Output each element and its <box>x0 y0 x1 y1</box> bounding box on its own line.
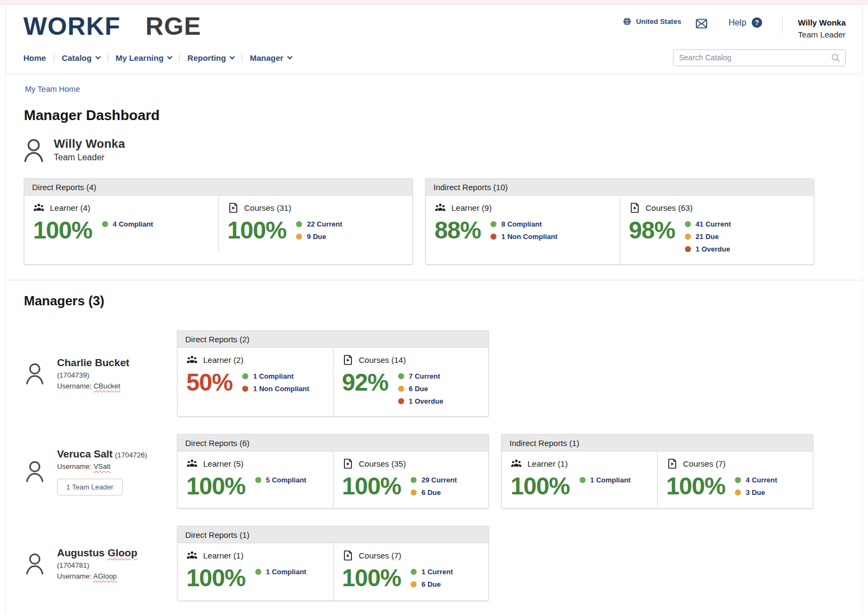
region-label: United States <box>636 17 681 26</box>
manager-info: Charlie Bucket (1704739) Username: CBuck… <box>19 356 177 391</box>
avatar <box>24 361 45 385</box>
direct-reports-card: Direct Reports (1) Learner (1) 100% 1 Co… <box>177 526 489 601</box>
stat-item: 4 Compliant <box>102 220 153 228</box>
username-value: VSalt <box>93 462 110 470</box>
nav-manager[interactable]: Manager <box>250 53 292 62</box>
search-input[interactable] <box>673 49 846 66</box>
team-leader-badge[interactable]: 1 Team Leader <box>57 479 123 495</box>
nav-catalog[interactable]: Catalog <box>62 53 100 62</box>
courses-section: Courses (7) 100% 1 Current 6 Due <box>333 543 489 600</box>
stat-label: 1 Overdue <box>409 397 444 405</box>
status-dot <box>255 569 261 575</box>
compliance-percent: 100% <box>342 475 401 498</box>
stat-item: 21 Due <box>685 233 731 241</box>
learner-group-icon <box>435 202 446 214</box>
help-menu[interactable]: Help <box>728 17 763 28</box>
nav-reporting[interactable]: Reporting <box>187 53 234 62</box>
status-dot <box>296 234 302 240</box>
stat-item: 1 Compliant <box>580 476 631 484</box>
stat-item: 1 Non Compliant <box>490 233 557 241</box>
stat-label: 29 Current <box>422 476 457 484</box>
managers-heading: Managers (3) <box>24 293 849 309</box>
status-dot <box>398 386 404 392</box>
learner-group-icon <box>186 458 198 469</box>
courses-section: Courses (35) 100% 29 Current 6 Due <box>333 451 489 509</box>
course-document-icon <box>228 202 239 214</box>
compliance-percent: 100% <box>33 219 92 242</box>
status-dot <box>242 386 248 392</box>
breadcrumb[interactable]: My Team Home <box>25 85 80 93</box>
status-dot <box>685 234 691 240</box>
user-menu[interactable]: Willy Wonka Team Leader <box>798 17 846 41</box>
section-label: Courses (35) <box>359 459 406 468</box>
mail-icon[interactable] <box>695 17 708 30</box>
header-divider <box>782 17 783 33</box>
learner-section: Learner (9) 88% 8 Compliant 1 Non Compli… <box>426 196 620 264</box>
workforge-logo: WORKF RGE <box>23 14 201 39</box>
section-label: Learner (9) <box>451 203 492 212</box>
courses-section: Courses (31) 100% 22 Current 9 Due <box>218 196 413 253</box>
compliance-percent: 100% <box>186 475 246 498</box>
card-title: Indirect Reports (10) <box>426 179 814 196</box>
search-icon[interactable] <box>831 53 841 63</box>
header-user-role: Team Leader <box>798 29 846 41</box>
course-document-icon <box>666 458 678 469</box>
section-label: Courses (14) <box>359 355 406 365</box>
manager-username: Username: CBucket <box>57 381 129 391</box>
status-dot <box>255 477 261 483</box>
status-dot <box>580 477 586 483</box>
stat-item: 1 Overdue <box>685 245 731 253</box>
stat-item: 9 Due <box>296 233 342 241</box>
card-title: Direct Reports (6) <box>178 435 488 451</box>
stat-label: 1 Compliant <box>253 372 293 380</box>
stat-label: 9 Due <box>307 233 326 241</box>
learner-section: Learner (1) 100% 1 Compliant <box>178 543 333 600</box>
status-dot <box>685 221 691 227</box>
avatar <box>24 551 45 575</box>
learner-section: Learner (5) 100% 5 Compliant <box>178 451 333 509</box>
logo-text-right: RGE <box>146 14 202 39</box>
stat-label: 5 Compliant <box>266 476 306 484</box>
stat-label: 6 Due <box>422 488 441 497</box>
chevron-down-icon <box>287 54 292 59</box>
compliance-percent: 100% <box>228 219 287 242</box>
main-nav: Home Catalog My Learning Reporting Manag… <box>23 53 292 62</box>
nav-my-learning[interactable]: My Learning <box>116 53 172 62</box>
help-label: Help <box>728 18 746 28</box>
region-selector[interactable]: United States <box>622 17 681 26</box>
stat-label: 4 Compliant <box>113 220 153 228</box>
status-dot <box>490 221 496 227</box>
stat-item: 1 Non Compliant <box>242 385 309 393</box>
stat-item: 6 Due <box>411 488 457 497</box>
status-dot <box>735 477 741 483</box>
courses-section: Courses (63) 98% 41 Current 21 Due 1 Ove… <box>620 196 814 264</box>
stat-label: 1 Current <box>422 568 453 576</box>
nav-home[interactable]: Home <box>23 53 46 62</box>
learner-group-icon <box>186 354 198 366</box>
compliance-percent: 100% <box>666 475 726 498</box>
app-header: WORKF RGE United States Help Willy Wonka… <box>6 5 862 73</box>
stat-label: 1 Compliant <box>266 568 306 576</box>
compliance-percent: 100% <box>342 567 401 589</box>
direct-reports-card: Direct Reports (6) Learner (5) 100% 5 Co… <box>177 434 489 509</box>
stat-item: 8 Compliant <box>490 220 557 228</box>
stat-item: 41 Current <box>685 220 731 228</box>
courses-section: Courses (7) 100% 4 Current 3 Due <box>657 451 813 509</box>
header-user-name: Willy Wonka <box>798 17 846 29</box>
username-value: AGloop <box>93 572 116 580</box>
section-label: Courses (63) <box>646 203 693 212</box>
stat-item: 1 Overdue <box>398 397 444 405</box>
top-accent-strip <box>0 0 868 5</box>
direct-reports-card: Direct Reports (4) Learner (4) 100% 4 Co… <box>24 178 413 265</box>
compliance-percent: 100% <box>186 567 246 589</box>
stat-item: 6 Due <box>398 385 444 393</box>
learner-group-icon <box>33 202 45 214</box>
indirect-reports-card: Indirect Reports (10) Learner (9) 88% 8 … <box>425 178 814 265</box>
page-title: Manager Dashboard <box>24 107 849 124</box>
main-content: My Team Home Manager Dashboard Willy Won… <box>6 73 862 615</box>
stat-item: 7 Current <box>398 372 444 380</box>
section-label: Courses (7) <box>683 459 726 468</box>
section-label: Learner (4) <box>50 203 90 212</box>
manager-row-charlie-bucket: Charlie Bucket (1704739) Username: CBuck… <box>19 330 849 417</box>
stat-label: 6 Due <box>422 580 441 588</box>
